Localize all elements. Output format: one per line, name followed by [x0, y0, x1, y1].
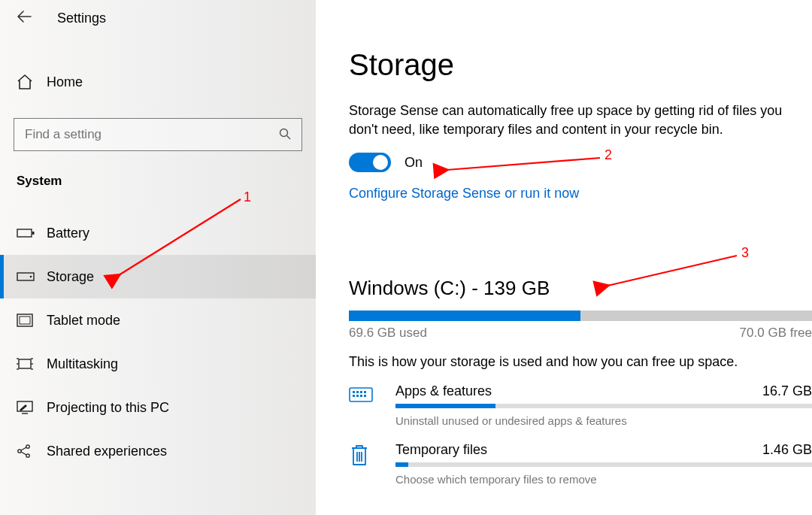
svg-point-19 — [26, 454, 29, 457]
drive-usage-bar — [349, 311, 812, 321]
search-input-wrapper[interactable] — [14, 118, 302, 151]
battery-icon — [17, 228, 33, 238]
category-hint: Uninstall unused or undesired apps & fea… — [395, 414, 812, 427]
content-pane: Storage Storage Sense can automatically … — [316, 0, 812, 515]
page-title: Storage — [349, 48, 812, 82]
svg-rect-27 — [353, 395, 355, 397]
sidebar-category: System — [0, 169, 316, 204]
svg-rect-26 — [364, 391, 366, 393]
svg-line-20 — [21, 447, 26, 450]
svg-text:3: 3 — [741, 245, 749, 260]
drive-usage-fill — [349, 311, 580, 321]
nav-label: Multitasking — [47, 356, 118, 372]
apps-icon — [349, 383, 374, 407]
nav-label: Battery — [47, 226, 89, 241]
sidebar-item-battery[interactable]: Battery — [0, 211, 316, 255]
tablet-icon — [17, 314, 33, 327]
sidebar-item-tablet-mode[interactable]: Tablet mode — [0, 298, 316, 342]
svg-point-5 — [30, 276, 32, 278]
svg-point-17 — [18, 450, 21, 453]
search-icon — [279, 128, 291, 142]
multitask-icon — [17, 357, 33, 371]
search-input[interactable] — [23, 126, 279, 143]
used-label: 69.6 GB used — [349, 326, 427, 341]
sidebar-item-multitasking[interactable]: Multitasking — [0, 342, 316, 386]
nav-label: Shared experiences — [47, 444, 167, 459]
category-name: Apps & features — [395, 383, 492, 399]
category-hint: Choose which temporary files to remove — [395, 473, 812, 486]
app-title: Settings — [57, 11, 106, 26]
svg-rect-24 — [356, 391, 359, 393]
svg-rect-29 — [360, 395, 362, 397]
svg-rect-23 — [353, 391, 355, 393]
category-row-apps[interactable]: Apps & features 16.7 GB Uninstall unused… — [349, 383, 812, 427]
nav-list: Battery Storage Tablet mode Multitasking — [0, 211, 316, 473]
drive-icon — [17, 271, 33, 282]
svg-point-0 — [280, 129, 288, 136]
nav-label: Storage — [47, 269, 94, 285]
sidebar-item-storage[interactable]: Storage — [0, 255, 316, 298]
back-button[interactable] — [17, 11, 32, 26]
trash-icon — [349, 442, 374, 471]
svg-rect-3 — [32, 232, 35, 235]
storage-sense-toggle[interactable] — [349, 153, 391, 172]
category-bar — [395, 462, 812, 467]
share-icon — [17, 444, 33, 459]
category-size: 16.7 GB — [762, 383, 812, 399]
category-name: Temporary files — [395, 442, 487, 458]
sidebar-item-projecting[interactable]: Projecting to this PC — [0, 386, 316, 429]
free-label: 70.0 GB free — [740, 326, 812, 341]
svg-rect-7 — [20, 317, 30, 324]
svg-rect-28 — [356, 395, 359, 397]
category-row-temp[interactable]: Temporary files 1.46 GB Choose which tem… — [349, 442, 812, 486]
sidebar-item-shared-experiences[interactable]: Shared experiences — [0, 429, 316, 473]
sidebar-home[interactable]: Home — [0, 62, 316, 101]
svg-rect-2 — [17, 229, 32, 237]
home-label: Home — [47, 74, 83, 90]
home-icon — [17, 74, 33, 89]
storage-sense-description: Storage Sense can automatically free up … — [349, 101, 800, 139]
toggle-knob — [373, 155, 388, 170]
nav-label: Tablet mode — [47, 313, 120, 329]
svg-rect-8 — [19, 359, 31, 368]
svg-line-21 — [21, 452, 26, 455]
toggle-state-label: On — [404, 155, 423, 171]
category-bar — [395, 404, 812, 408]
category-size: 1.46 GB — [762, 442, 812, 458]
storage-summary: This is how your storage is used and how… — [349, 354, 812, 370]
configure-storage-sense-link[interactable]: Configure Storage Sense or run it now — [349, 186, 579, 201]
svg-line-1 — [287, 135, 291, 139]
drive-title: Windows (C:) - 139 GB — [349, 277, 812, 300]
svg-rect-30 — [364, 395, 366, 397]
sidebar: Settings Home System Battery — [0, 0, 316, 515]
projecting-icon — [17, 401, 33, 414]
svg-rect-25 — [360, 391, 362, 393]
svg-point-18 — [26, 445, 29, 448]
nav-label: Projecting to this PC — [47, 400, 169, 416]
